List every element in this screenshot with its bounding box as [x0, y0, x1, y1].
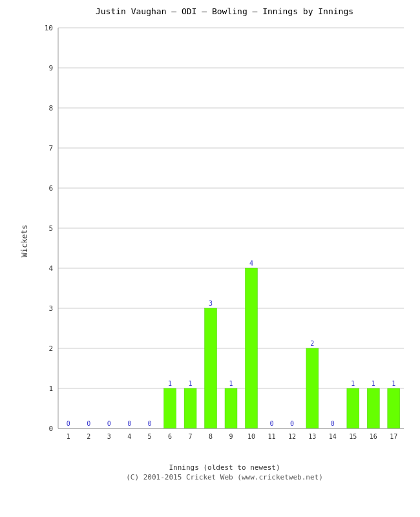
svg-text:1: 1 — [189, 380, 193, 387]
svg-text:8: 8 — [48, 104, 53, 112]
svg-text:9: 9 — [229, 433, 233, 440]
svg-text:6: 6 — [168, 433, 172, 440]
svg-rect-32 — [164, 388, 176, 428]
svg-text:0: 0 — [67, 420, 70, 427]
svg-text:12: 12 — [288, 433, 296, 440]
svg-text:0: 0 — [127, 420, 131, 427]
svg-rect-62 — [388, 388, 400, 428]
svg-text:13: 13 — [308, 433, 316, 440]
svg-text:0: 0 — [107, 420, 111, 427]
svg-text:1: 1 — [67, 433, 70, 440]
svg-text:3: 3 — [48, 304, 53, 313]
svg-text:7: 7 — [189, 433, 193, 440]
y-axis-label: Wickets — [20, 225, 29, 258]
svg-text:4: 4 — [127, 433, 131, 440]
svg-text:15: 15 — [349, 433, 357, 440]
copyright-text: (C) 2001-2015 Cricket Web (www.cricketwe… — [36, 473, 414, 481]
svg-text:3: 3 — [107, 433, 111, 440]
svg-text:1: 1 — [168, 380, 172, 387]
svg-text:0: 0 — [148, 420, 152, 427]
svg-text:0: 0 — [48, 425, 53, 433]
svg-text:0: 0 — [87, 420, 90, 427]
svg-text:2: 2 — [48, 344, 53, 353]
svg-text:10: 10 — [45, 24, 53, 32]
svg-text:1: 1 — [392, 380, 395, 387]
svg-text:0: 0 — [331, 420, 335, 427]
svg-text:0: 0 — [269, 420, 273, 427]
svg-text:5: 5 — [148, 433, 152, 440]
svg-text:10: 10 — [247, 433, 255, 440]
x-axis-label: Innings (oldest to newest) — [36, 463, 414, 472]
svg-text:9: 9 — [48, 64, 53, 72]
svg-text:14: 14 — [329, 433, 337, 440]
svg-rect-35 — [184, 388, 196, 428]
svg-rect-44 — [246, 268, 258, 428]
svg-rect-51 — [306, 348, 319, 428]
svg-text:4: 4 — [48, 264, 53, 273]
svg-text:4: 4 — [249, 260, 253, 267]
chart-container: Justin Vaughan – ODI – Bowling – Innings… — [0, 0, 420, 517]
svg-text:0: 0 — [290, 420, 294, 427]
svg-rect-59 — [367, 388, 379, 428]
svg-rect-41 — [225, 388, 237, 428]
chart-title: Justin Vaughan – ODI – Bowling – Innings… — [36, 6, 414, 16]
svg-text:1: 1 — [351, 380, 355, 387]
svg-rect-56 — [347, 388, 359, 428]
svg-text:1: 1 — [229, 380, 233, 387]
svg-text:8: 8 — [209, 433, 213, 440]
svg-text:16: 16 — [370, 433, 377, 440]
svg-text:2: 2 — [310, 340, 314, 347]
chart-area: Wickets 01234567891001020304051617381941… — [36, 21, 414, 461]
svg-text:3: 3 — [209, 300, 213, 307]
svg-rect-38 — [205, 308, 217, 428]
svg-text:7: 7 — [48, 144, 53, 153]
svg-text:1: 1 — [48, 385, 53, 393]
svg-text:1: 1 — [372, 380, 375, 387]
svg-text:5: 5 — [48, 224, 53, 233]
svg-text:11: 11 — [268, 433, 275, 440]
svg-text:2: 2 — [87, 433, 90, 440]
svg-text:17: 17 — [390, 433, 397, 440]
svg-text:6: 6 — [48, 184, 53, 193]
chart-svg: 0123456789100102030405161738194100110122… — [36, 21, 414, 461]
